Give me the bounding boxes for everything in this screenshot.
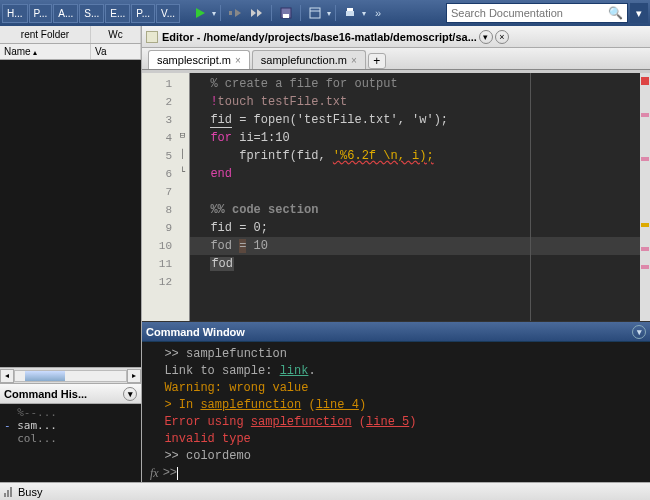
top-toolbar: H... P... A... S... E... P... V... ▾ ▾ ▾… <box>0 0 650 26</box>
link[interactable]: link <box>280 364 309 378</box>
scrollbar-thumb[interactable] <box>25 371 65 381</box>
scrollbar-horizontal[interactable]: ◂ ▸ <box>0 367 141 383</box>
print-icon[interactable] <box>340 3 360 23</box>
svg-rect-6 <box>283 14 289 18</box>
command-window-panel: Command Window ▾ >> samplefunction Link … <box>142 322 650 482</box>
svg-marker-3 <box>251 9 256 17</box>
editor-panel: Editor - /home/andy/projects/base16-matl… <box>142 26 650 322</box>
view-icon[interactable] <box>305 3 325 23</box>
search-input[interactable] <box>451 7 606 19</box>
run-icon[interactable] <box>190 3 210 23</box>
toolstrip-tab[interactable]: S... <box>79 4 104 23</box>
new-tab-button[interactable]: + <box>368 53 386 69</box>
toolstrip-tab[interactable]: V... <box>156 4 180 23</box>
history-title: Command His... <box>4 388 87 400</box>
folder-tab[interactable]: rent Folder <box>0 26 91 43</box>
more-icon[interactable]: » <box>368 3 388 23</box>
command-prompt[interactable]: fx>> <box>150 465 642 482</box>
svg-rect-7 <box>310 8 320 18</box>
history-list[interactable]: %--... - sam... col... <box>0 404 141 482</box>
editor-tab[interactable]: samplefunction.m× <box>252 50 366 69</box>
link[interactable]: line 4 <box>316 398 359 412</box>
link[interactable]: samplefunction <box>251 415 352 429</box>
editor-tabs: samplescript.m× samplefunction.m× + <box>142 48 650 70</box>
fx-icon[interactable]: fx <box>150 465 159 482</box>
toolstrip-tab[interactable]: P... <box>29 4 53 23</box>
status-text: Busy <box>18 486 42 498</box>
close-icon[interactable]: × <box>351 55 357 66</box>
link[interactable]: line 5 <box>366 415 409 429</box>
command-window-title: Command Window <box>146 326 245 338</box>
close-icon[interactable]: × <box>495 30 509 44</box>
save-icon[interactable] <box>276 3 296 23</box>
file-icon <box>146 31 158 43</box>
editor-title: Editor - /home/andy/projects/base16-matl… <box>162 31 477 43</box>
toolstrip-tab[interactable]: P... <box>131 4 155 23</box>
svg-marker-4 <box>257 9 262 17</box>
svg-rect-10 <box>347 8 353 11</box>
step-icon[interactable] <box>225 3 245 23</box>
toolstrip-tab[interactable]: H... <box>2 4 28 23</box>
fold-gutter[interactable]: ⊟│└ <box>176 73 190 321</box>
svg-marker-2 <box>235 9 241 17</box>
busy-icon <box>4 487 12 497</box>
search-dropdown[interactable]: ▾ <box>630 3 648 23</box>
search-icon[interactable]: 🔍 <box>608 6 623 20</box>
close-icon[interactable]: × <box>235 55 241 66</box>
advance-icon[interactable] <box>247 3 267 23</box>
editor-tab[interactable]: samplescript.m× <box>148 50 250 69</box>
line-gutter[interactable]: 123456789101112 <box>142 73 176 321</box>
link[interactable]: samplefunction <box>200 398 301 412</box>
toolstrip-tab[interactable]: E... <box>105 4 130 23</box>
toolstrip-tabs: H... P... A... S... E... P... V... <box>2 4 180 23</box>
svg-marker-0 <box>196 8 205 18</box>
column-value[interactable]: Va <box>91 44 141 59</box>
status-bar: Busy <box>0 482 650 500</box>
code-body[interactable]: % create a file for output !touch testFi… <box>190 73 640 321</box>
dropdown-icon[interactable]: ▾ <box>123 387 137 401</box>
svg-rect-9 <box>346 11 354 16</box>
search-box[interactable]: 🔍 <box>446 3 628 23</box>
folder-list[interactable] <box>0 60 141 367</box>
current-folder-panel: rent Folder Wc Name ▴ Va ◂ ▸ <box>0 26 141 384</box>
dropdown-icon[interactable]: ▾ <box>632 325 646 339</box>
svg-rect-1 <box>229 11 232 15</box>
command-history-panel: Command His... ▾ %--... - sam... col... <box>0 384 141 482</box>
code-marks[interactable] <box>640 73 650 321</box>
dropdown-icon[interactable]: ▾ <box>479 30 493 44</box>
column-name[interactable]: Name ▴ <box>0 44 91 59</box>
command-window-body[interactable]: >> samplefunction Link to sample: link. … <box>142 342 650 482</box>
folder-tab[interactable]: Wc <box>91 26 141 43</box>
toolstrip-tab[interactable]: A... <box>53 4 78 23</box>
